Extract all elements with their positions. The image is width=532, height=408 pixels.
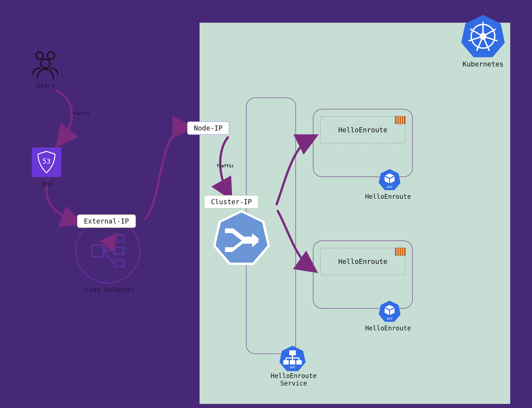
container-flag-icon (395, 248, 406, 255)
svg-text:53: 53 (42, 157, 50, 165)
users-label: Users (36, 82, 55, 89)
svg-rect-4 (92, 245, 103, 256)
svc-icon: svc (279, 345, 306, 372)
svg-rect-5 (115, 235, 124, 242)
svg-rect-7 (115, 260, 124, 267)
users-icon (29, 50, 61, 80)
svg-rect-6 (115, 247, 124, 254)
external-ip-chip: External-IP (77, 214, 136, 228)
pod-1-container-label: HelloEnroute (338, 126, 388, 134)
traffic-label-2: Traffic (216, 163, 234, 168)
svg-rect-17 (284, 361, 288, 364)
svg-text:svc: svc (290, 365, 295, 369)
svg-text:pod: pod (387, 316, 392, 320)
svg-point-2 (41, 59, 50, 68)
svg-point-0 (36, 52, 43, 59)
cluster-ip-chip: Cluster-IP (204, 195, 259, 209)
kubernetes-label: Kubernetes (463, 60, 504, 68)
dns-icon: 53 (32, 147, 61, 177)
pod-1-label: HelloEnroute (365, 193, 411, 200)
pod-2-container: HelloEnroute (320, 248, 406, 275)
traffic-label-1: Traffic (73, 111, 90, 116)
dns-label: DNS (42, 180, 54, 188)
service-mesh-icon (212, 208, 271, 267)
pod-2-card: HelloEnroute (313, 240, 413, 309)
load-balancer-icon (90, 233, 126, 270)
pod-2-label: HelloEnroute (365, 324, 411, 332)
load-balancer-label: Load Balancer (85, 286, 135, 293)
pod-2-icon: pod (378, 300, 401, 323)
pod-1-container: HelloEnroute (320, 116, 406, 144)
svg-rect-11 (290, 351, 295, 355)
container-flag-icon (395, 116, 406, 124)
svg-text:pod: pod (387, 185, 392, 188)
svg-rect-18 (290, 361, 295, 364)
pod-1-icon: pod (378, 168, 401, 191)
service-label: HelloEnroute Service (270, 372, 317, 387)
kubernetes-icon (460, 14, 506, 59)
pod-2-container-label: HelloEnroute (338, 258, 388, 265)
svg-rect-19 (297, 361, 301, 364)
node-ip-chip: Node-IP (187, 121, 229, 135)
svg-point-1 (47, 52, 55, 59)
pod-1-card: HelloEnroute (313, 109, 413, 177)
